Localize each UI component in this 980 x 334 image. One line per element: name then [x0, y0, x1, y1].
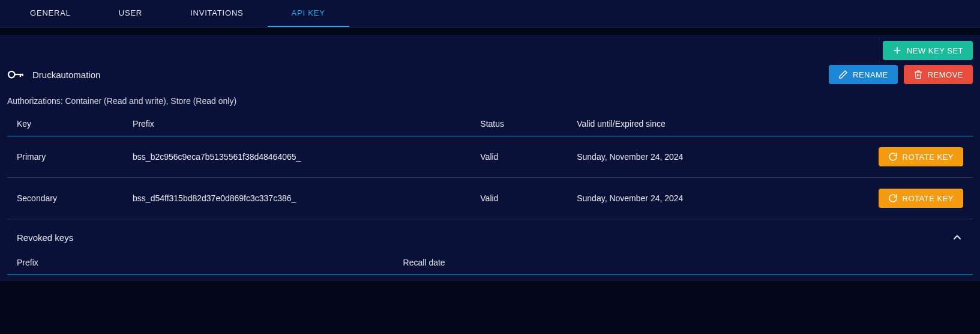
cell-action: ROTATE KEY [838, 178, 973, 219]
svg-rect-5 [22, 74, 23, 76]
remove-button[interactable]: REMOVE [904, 65, 973, 84]
rotate-icon [888, 152, 898, 162]
new-key-set-label: NEW KEY SET [907, 46, 963, 55]
col-header-status: Status [470, 112, 567, 136]
authorizations-text: Authorizations: Container (Read and writ… [0, 84, 980, 112]
cell-prefix: bss_b2c956c9eca7b5135561f38d48464065_ [123, 136, 470, 178]
cell-status: Valid [470, 136, 567, 178]
remove-label: REMOVE [928, 70, 963, 79]
keys-table-header-row: Key Prefix Status Valid until/Expired si… [7, 112, 973, 136]
tab-general[interactable]: GENERAL [6, 0, 95, 27]
tab-invitations[interactable]: INVITATIONS [166, 0, 268, 27]
rotate-key-button[interactable]: ROTATE KEY [879, 147, 963, 166]
cell-status: Valid [470, 178, 567, 219]
cell-key: Secondary [7, 178, 123, 219]
table-row: Primary bss_b2c956c9eca7b5135561f38d4846… [7, 136, 973, 178]
rename-button[interactable]: RENAME [829, 65, 898, 84]
key-icon [7, 69, 24, 80]
cell-valid: Sunday, November 24, 2024 [567, 136, 838, 178]
cell-action: ROTATE KEY [838, 136, 973, 178]
tab-api-key[interactable]: API KEY [268, 0, 349, 27]
trash-icon [913, 70, 923, 79]
revoked-keys-title: Revoked keys [17, 232, 73, 243]
rename-label: RENAME [853, 70, 888, 79]
keyset-header: Druckautomation RENAME REMOVE [0, 60, 980, 84]
cell-prefix: bss_d54ff315bd82d37e0d869fc3c337c386_ [123, 178, 470, 219]
col-header-action [838, 112, 973, 136]
rotate-key-button[interactable]: ROTATE KEY [879, 189, 963, 208]
toolbar-top: NEW KEY SET [0, 35, 980, 60]
svg-point-2 [8, 71, 15, 78]
revoked-keys-table: Prefix Recall date [7, 251, 973, 275]
col-header-valid: Valid until/Expired since [567, 112, 838, 136]
keyset-actions: RENAME REMOVE [829, 65, 973, 84]
tab-user[interactable]: USER [95, 0, 166, 27]
rotate-key-label: ROTATE KEY [903, 194, 954, 203]
rotate-icon [888, 193, 898, 203]
api-key-panel: NEW KEY SET Druckautomation RENAME REMOV… [0, 35, 980, 281]
revoked-table-header-row: Prefix Recall date [7, 251, 973, 275]
col-header-prefix: Prefix [123, 112, 470, 136]
tab-bar: GENERAL USER INVITATIONS API KEY [0, 0, 980, 28]
cell-valid: Sunday, November 24, 2024 [567, 178, 838, 219]
col-header-revoked-prefix: Prefix [7, 251, 394, 275]
new-key-set-button[interactable]: NEW KEY SET [883, 41, 973, 60]
col-header-key: Key [7, 112, 123, 136]
revoked-keys-toggle[interactable]: Revoked keys [0, 219, 980, 251]
svg-rect-4 [20, 74, 21, 77]
chevron-up-icon [951, 231, 963, 243]
plus-icon [892, 46, 902, 55]
svg-rect-3 [14, 74, 23, 75]
pencil-icon [838, 70, 848, 79]
keyset-header-left: Druckautomation [7, 69, 100, 80]
col-header-recall-date: Recall date [394, 251, 973, 275]
keys-table: Key Prefix Status Valid until/Expired si… [7, 112, 973, 219]
cell-key: Primary [7, 136, 123, 178]
table-row: Secondary bss_d54ff315bd82d37e0d869fc3c3… [7, 178, 973, 219]
rotate-key-label: ROTATE KEY [903, 153, 954, 162]
keyset-title: Druckautomation [32, 70, 100, 80]
